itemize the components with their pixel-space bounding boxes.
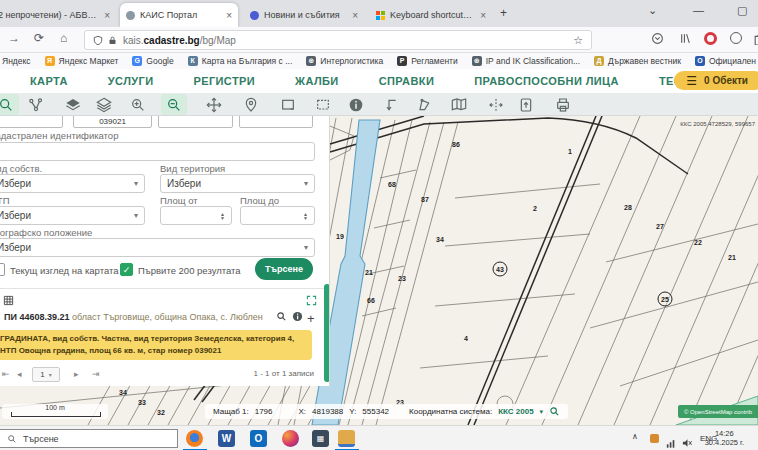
tray-app-icon[interactable] [650, 434, 659, 443]
tab-kais-portal[interactable]: КАИС Портал × [120, 3, 238, 27]
cadastral-id-input[interactable] [0, 142, 315, 161]
panel-scrollbar[interactable] [324, 284, 330, 382]
network-icon[interactable] [666, 434, 676, 450]
onetab-icon[interactable] [704, 32, 718, 46]
bookmark-item[interactable]: ДДържавен вестник [594, 56, 681, 66]
osm-attribution[interactable]: © OpenStreetMap contrib [678, 405, 758, 418]
library-icon[interactable] [678, 32, 692, 46]
first-200-checkbox[interactable]: ✓ [120, 263, 133, 276]
new-tab-button[interactable]: + [500, 6, 507, 20]
first-page-button[interactable]: ⇤ [2, 369, 10, 379]
close-icon[interactable]: × [480, 10, 486, 21]
nav-pravosposobni[interactable]: ПРАВОСПОСОБНИ ЛИЦА [474, 75, 619, 87]
close-icon[interactable]: × [352, 10, 358, 21]
tab-mail[interactable]: 642 непрочетени) - АБВ поща × [0, 3, 116, 27]
last-page-button[interactable]: ⇥ [92, 369, 100, 379]
pan-tool-button[interactable] [201, 94, 227, 115]
bookmark-star-icon[interactable]: ☆ [573, 34, 583, 47]
zoom-out-tool-button[interactable] [161, 94, 187, 115]
taskbar-search-input[interactable]: Търсене [0, 429, 178, 448]
extension-icon[interactable] [752, 32, 758, 46]
current-view-checkbox[interactable] [0, 263, 5, 276]
bookmark-item[interactable]: ККарта на България с ... [188, 56, 293, 66]
word-icon[interactable]: W [218, 430, 235, 447]
measure-tool-button[interactable] [378, 94, 404, 115]
bookmark-item[interactable]: ⊕Интерлогистика [306, 56, 383, 66]
tab-list-button[interactable]: ⌄ [648, 4, 657, 17]
search-tool-button[interactable] [0, 94, 19, 115]
zoom-in-tool-button[interactable] [125, 94, 151, 115]
bookmark-item[interactable]: GGoogle [132, 56, 173, 66]
home-icon[interactable]: ⌂ [60, 31, 67, 45]
result-details[interactable]: ГРАДИНАТА, вид собств. Частна, вид терит… [0, 330, 312, 360]
bookmark-item[interactable]: ЯЯндекс [0, 56, 31, 66]
search-icon[interactable] [549, 406, 560, 417]
bookmark-item[interactable]: ⊕IP and IK Classification... [472, 56, 580, 66]
outlook-icon[interactable]: O [250, 430, 267, 447]
location-tool-button[interactable] [238, 94, 264, 115]
volume-muted-icon[interactable] [682, 434, 693, 450]
export-tool-button[interactable] [513, 94, 539, 115]
account-icon[interactable] [730, 32, 744, 46]
pocket-icon[interactable] [650, 32, 664, 46]
select-rect-tool-button[interactable] [275, 94, 301, 115]
snap-tool-button[interactable] [23, 94, 49, 115]
next-page-button[interactable]: ▸ [74, 369, 79, 379]
tab-news[interactable]: Новини и събития × [244, 3, 364, 27]
spinner-icon[interactable]: ▲▼ [220, 212, 225, 220]
clipped-input[interactable] [239, 116, 313, 128]
calculator-icon[interactable]: ▦ [312, 430, 329, 447]
compare-tool-button[interactable] [483, 94, 509, 115]
firefox-icon[interactable] [186, 430, 203, 447]
tab-keyboard-shortcut[interactable]: Keyboard shortcut for print scr × [370, 3, 492, 27]
maximize-button[interactable]: ▢ [737, 4, 747, 17]
info-tool-button[interactable] [343, 94, 369, 115]
shield-icon[interactable] [93, 35, 103, 46]
page-select[interactable]: 1▾ [32, 367, 60, 382]
area-to-input[interactable]: ▲▼ [240, 206, 315, 225]
prev-page-button[interactable]: ◂ [17, 369, 22, 379]
objects-button[interactable]: ☰ 0 Обекти [674, 71, 758, 90]
files-app-icon[interactable] [338, 430, 355, 447]
search-icon[interactable] [276, 311, 287, 324]
bookmark-item[interactable]: ЯЯндекс Маркет [45, 56, 119, 66]
nav-zhalbi[interactable]: ЖАЛБИ [295, 75, 339, 87]
select-rect-dashed-tool-button[interactable] [310, 94, 336, 115]
clipped-input-old-number[interactable]: 039021 [73, 116, 152, 128]
nav-spravki[interactable]: СПРАВКИ [379, 75, 435, 87]
info-icon[interactable] [292, 311, 303, 324]
ntp-select[interactable]: Избери▾ [0, 206, 145, 225]
chevron-down-icon[interactable]: ▾ [540, 408, 544, 416]
add-icon[interactable]: + [307, 311, 315, 326]
ownership-select[interactable]: Избери▾ [0, 174, 145, 193]
nav-uslugi[interactable]: УСЛУГИ [108, 75, 154, 87]
print-tool-button[interactable] [550, 94, 576, 115]
crs-value[interactable]: ККС 2005 [498, 407, 533, 416]
clipped-input[interactable] [158, 116, 233, 128]
map-book-tool-button[interactable] [446, 94, 472, 115]
polygon-tool-button[interactable] [411, 94, 437, 115]
bookmark-item[interactable]: ООфициален вестник ... [695, 56, 758, 66]
tray-chevron-icon[interactable]: ∧ [632, 432, 638, 441]
minimize-button[interactable]: — [693, 4, 704, 16]
clipped-input[interactable] [0, 116, 63, 128]
area-from-input[interactable]: ▲▼ [160, 206, 232, 225]
territory-select[interactable]: Избери▾ [160, 174, 315, 193]
nav-karta[interactable]: КАРТА [30, 75, 68, 87]
layers-tool-button[interactable] [91, 94, 117, 115]
close-icon[interactable]: × [104, 10, 110, 21]
sphere-app-icon[interactable] [282, 430, 299, 447]
clock[interactable]: 14:2630.4.2025 г. [705, 429, 744, 447]
close-icon[interactable]: × [226, 10, 232, 21]
search-button[interactable]: Търсене [255, 258, 313, 280]
expand-icon[interactable] [306, 292, 317, 310]
geo-position-select[interactable]: Избери▾ [0, 238, 315, 257]
reload-icon[interactable]: ⟳ [34, 31, 44, 45]
nav-registri[interactable]: РЕГИСТРИ [193, 75, 255, 87]
grid-view-icon[interactable] [3, 292, 14, 310]
spinner-icon[interactable]: ▲▼ [303, 212, 308, 220]
url-bar[interactable]: kais.cadastre.bg/bg/Map ☆ [84, 30, 592, 50]
forward-icon[interactable]: → [8, 31, 20, 45]
layers-filled-tool-button[interactable] [60, 94, 86, 115]
bookmark-item[interactable]: РРегламенти [397, 56, 458, 66]
